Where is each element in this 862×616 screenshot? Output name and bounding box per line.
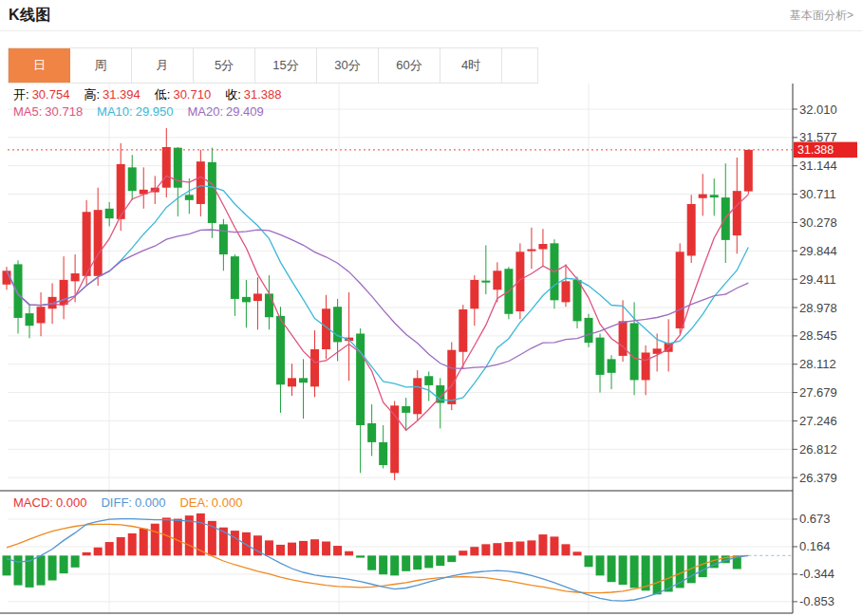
candle bbox=[219, 224, 228, 254]
price-tick-label: 28.545 bbox=[799, 328, 837, 343]
macd-bar bbox=[538, 534, 547, 555]
macd-bar bbox=[561, 544, 570, 555]
price-tick-label: 29.411 bbox=[799, 272, 836, 287]
tab-month[interactable]: 月 bbox=[132, 48, 194, 83]
candle bbox=[596, 338, 605, 375]
candle bbox=[619, 321, 628, 356]
macd-bar bbox=[14, 555, 23, 585]
candle bbox=[94, 210, 103, 276]
candle bbox=[493, 271, 501, 289]
tab-day[interactable]: 日 bbox=[9, 48, 70, 83]
price-tick-label: 26.812 bbox=[799, 442, 837, 457]
price-axis-labels: 32.01031.57731.14430.71130.27829.84429.4… bbox=[793, 103, 837, 485]
candle bbox=[642, 352, 650, 380]
tab-15min[interactable]: 15分 bbox=[255, 48, 317, 83]
candle bbox=[128, 167, 137, 191]
candle bbox=[299, 378, 308, 383]
candle bbox=[83, 212, 91, 276]
price-tick-label: 32.010 bbox=[799, 103, 837, 117]
low-readout: 低:30.710 bbox=[155, 86, 211, 103]
macd-bar bbox=[619, 555, 628, 585]
candle bbox=[733, 191, 741, 235]
candle bbox=[276, 316, 285, 384]
candle bbox=[356, 333, 365, 425]
macd-bar bbox=[128, 533, 137, 555]
ma20-readout: MA20:29.409 bbox=[187, 104, 263, 119]
macd-bar bbox=[424, 555, 433, 568]
price-tick-label: 31.144 bbox=[799, 159, 837, 173]
macd-bar bbox=[174, 519, 182, 556]
candle bbox=[608, 359, 616, 372]
macd-bar bbox=[390, 555, 399, 575]
candle bbox=[447, 350, 456, 404]
candle bbox=[687, 204, 696, 255]
macd-bar bbox=[493, 543, 501, 555]
tab-60min[interactable]: 60分 bbox=[379, 48, 440, 83]
kline-page: K线图 基本面分析> 日 周 月 5分 15分 30分 60分 4时 开:30.… bbox=[0, 0, 862, 616]
candle bbox=[37, 307, 46, 323]
macd-bar bbox=[265, 540, 273, 555]
candle bbox=[561, 281, 570, 302]
candle bbox=[265, 293, 273, 317]
macd-bar bbox=[356, 555, 365, 557]
tab-week[interactable]: 周 bbox=[70, 48, 132, 83]
macd-bar bbox=[322, 541, 330, 555]
macd-bar bbox=[550, 536, 558, 555]
tab-4hour[interactable]: 4时 bbox=[440, 48, 502, 83]
candles-layer bbox=[3, 128, 753, 480]
candle bbox=[527, 250, 535, 252]
macd-bar bbox=[83, 552, 91, 555]
macd-bar bbox=[299, 541, 308, 555]
macd-bar bbox=[151, 524, 159, 556]
candle bbox=[710, 195, 719, 197]
candle bbox=[424, 376, 433, 385]
macd-tick-label: -0.853 bbox=[799, 594, 834, 608]
candle bbox=[185, 195, 194, 200]
last-price-tag-label: 31.388 bbox=[797, 143, 834, 157]
macd-axis-labels: 0.6730.164-0.344-0.853 bbox=[793, 512, 834, 608]
macd-bar bbox=[333, 546, 342, 555]
dea-value-readout: DEA:0.000 bbox=[179, 495, 242, 510]
tab-5min[interactable]: 5分 bbox=[194, 48, 255, 83]
candle bbox=[459, 309, 467, 352]
last-price-tag: 31.388 bbox=[794, 142, 857, 159]
candle bbox=[538, 244, 547, 250]
candle bbox=[402, 406, 410, 413]
macd-bar bbox=[37, 555, 46, 585]
macd-bar bbox=[573, 551, 582, 555]
tab-30min[interactable]: 30分 bbox=[317, 48, 379, 83]
macd-bar bbox=[310, 539, 319, 555]
candle bbox=[515, 252, 524, 311]
candle bbox=[676, 252, 684, 328]
candle bbox=[630, 323, 639, 380]
candle bbox=[162, 147, 171, 188]
candle bbox=[26, 313, 34, 326]
macd-bar bbox=[459, 551, 467, 555]
macd-bar bbox=[117, 537, 125, 555]
close-readout: 收:31.388 bbox=[225, 86, 281, 103]
candle bbox=[585, 318, 593, 343]
price-tick-label: 30.278 bbox=[799, 215, 837, 230]
candle bbox=[470, 280, 478, 308]
macd-gridlines bbox=[8, 519, 793, 602]
macd-bar bbox=[105, 542, 114, 555]
macd-value-readout: MACD:0.000 bbox=[13, 495, 86, 510]
macd-bar bbox=[140, 529, 148, 555]
candle bbox=[367, 423, 376, 442]
price-tick-label: 27.246 bbox=[799, 414, 837, 428]
macd-bar bbox=[527, 540, 535, 555]
macd-bar bbox=[3, 555, 11, 575]
candle bbox=[105, 209, 114, 218]
candle bbox=[573, 280, 582, 321]
ma-readout: MA5:30.718 MA10:29.950 MA20:29.409 bbox=[13, 104, 264, 119]
ma10-readout: MA10:29.950 bbox=[97, 104, 173, 119]
candle bbox=[413, 378, 422, 414]
candle bbox=[197, 161, 205, 204]
macd-readout: MACD:0.000 DIFF:0.000 DEA:0.000 bbox=[13, 495, 242, 510]
candle bbox=[288, 378, 296, 386]
candle bbox=[699, 195, 707, 198]
macd-bar bbox=[402, 555, 410, 571]
macd-bar bbox=[231, 531, 239, 555]
macd-bar bbox=[481, 544, 490, 555]
macd-bar bbox=[504, 542, 513, 555]
